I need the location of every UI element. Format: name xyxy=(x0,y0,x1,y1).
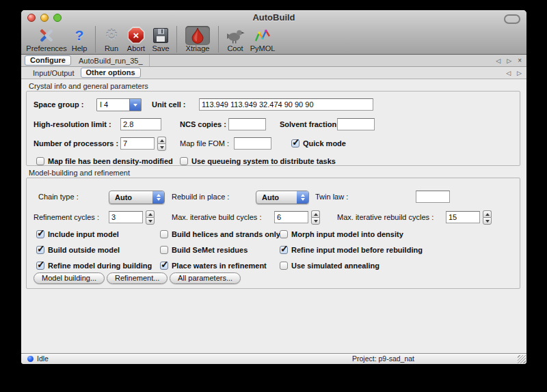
refinement-cycles-stepper[interactable] xyxy=(146,210,155,224)
high-res-label: High-resolution limit : xyxy=(34,118,111,131)
include-input-model-checkbox[interactable]: Include input model xyxy=(36,228,119,240)
toolbar-preferences-button[interactable]: Preferences xyxy=(25,25,68,53)
checkbox-icon[interactable] xyxy=(160,262,168,270)
toolbar-coot-button[interactable]: Coot xyxy=(223,25,248,53)
density-modified-label: Map file has been density-modified xyxy=(48,157,173,165)
toolbar-run-button[interactable]: ⚙ Run xyxy=(100,25,123,53)
refine-before-rebuilding-label: Refine input model before rebuilding xyxy=(291,246,423,254)
refinement-button[interactable]: Refinement... xyxy=(107,272,168,284)
checkbox-icon[interactable] xyxy=(36,262,44,270)
checkbox-icon[interactable] xyxy=(291,139,299,148)
build-semet-checkbox[interactable]: Build SeMet residues xyxy=(160,244,248,256)
high-res-field[interactable] xyxy=(120,118,161,130)
model-group-legend: Model-building and refinement xyxy=(29,169,130,177)
rebuild-in-place-value: Auto xyxy=(256,191,297,204)
crystal-group-legend: Crystal info and general parameters xyxy=(29,82,148,90)
tab-configure[interactable]: Configure xyxy=(25,55,71,66)
tab-autobuild-run-35[interactable]: AutoBuild_run_35_ xyxy=(72,55,150,66)
toolbar-pymol-button[interactable]: PyMOL xyxy=(248,25,278,53)
toolbar: Preferences ? Help ⚙ Run × Abort xyxy=(25,25,278,53)
build-outside-model-checkbox[interactable]: Build outside model xyxy=(36,244,120,256)
refine-during-building-checkbox[interactable]: Refine model during building xyxy=(36,260,152,272)
toolbar-toggle-button[interactable] xyxy=(504,14,520,24)
status-led-icon xyxy=(27,356,34,362)
popup-arrows-icon[interactable] xyxy=(152,191,164,204)
ncs-copies-field[interactable] xyxy=(228,118,266,130)
chain-type-label: Chain type : xyxy=(38,191,79,204)
checkbox-icon[interactable] xyxy=(160,230,168,238)
toolbar-label: Help xyxy=(72,44,88,53)
model-group-box: Chain type : Auto Rebuild in place : Aut… xyxy=(26,178,520,289)
tab-scroll-right-icon[interactable]: ▷ xyxy=(507,57,511,64)
toolbar-xtriage-button[interactable]: Xtriage xyxy=(181,25,214,53)
window-chrome: AutoBuild Prefe xyxy=(21,10,526,55)
checkbox-icon[interactable] xyxy=(280,230,288,238)
twin-law-field[interactable] xyxy=(416,191,450,203)
stepper-up-icon[interactable] xyxy=(146,210,155,217)
stepper-down-icon[interactable] xyxy=(311,217,320,225)
place-waters-checkbox[interactable]: Place waters in refinement xyxy=(160,260,267,272)
refinement-cycles-field[interactable] xyxy=(109,211,143,223)
stepper-up-icon[interactable] xyxy=(311,210,320,217)
queueing-system-checkbox[interactable]: Use queueing system to distribute tasks xyxy=(180,155,336,167)
refine-during-building-label: Refine model during building xyxy=(48,262,152,270)
drop-icon xyxy=(185,26,210,44)
toolbar-separator xyxy=(176,26,177,53)
unit-cell-field[interactable] xyxy=(199,98,373,111)
checkbox-icon[interactable] xyxy=(280,246,288,254)
rebuild-cycles-field[interactable] xyxy=(446,211,480,223)
checkbox-icon[interactable] xyxy=(36,246,44,254)
space-group-value: I 4 xyxy=(97,99,129,111)
build-helices-checkbox[interactable]: Build helices and strands only xyxy=(160,228,280,240)
combo-dropdown-icon[interactable] xyxy=(129,99,141,111)
checkbox-icon[interactable] xyxy=(160,246,168,254)
space-group-combo[interactable]: I 4 xyxy=(96,98,142,111)
popup-arrows-icon[interactable] xyxy=(297,191,308,204)
simulated-annealing-checkbox[interactable]: Use simulated annealing xyxy=(280,260,379,272)
stepper-down-icon[interactable] xyxy=(157,143,166,151)
question-icon: ? xyxy=(75,26,84,44)
resize-grip[interactable] xyxy=(518,355,526,363)
density-modified-checkbox[interactable]: Map file has been density-modified xyxy=(36,155,173,167)
num-processors-label: Number of processors : xyxy=(34,137,118,150)
tab-close-icon[interactable]: × xyxy=(518,57,522,64)
all-parameters-button[interactable]: All parameters... xyxy=(170,272,241,284)
options-panel: Crystal info and general parameters Spac… xyxy=(21,79,526,354)
checkbox-icon[interactable] xyxy=(180,157,188,165)
toolbar-label: Coot xyxy=(227,44,243,53)
toolbar-label: Save xyxy=(152,44,169,53)
main-tab-bar: Configure AutoBuild_run_35_ ◁ ▷ × xyxy=(21,55,526,67)
morph-input-model-checkbox[interactable]: Morph input model into density xyxy=(280,228,403,240)
sub-tab-nav: ◁ ▷ xyxy=(506,67,522,79)
tab-input-output[interactable]: Input/Output xyxy=(27,67,81,79)
refine-before-rebuilding-checkbox[interactable]: Refine input model before rebuilding xyxy=(280,244,423,256)
ncs-copies-label: NCS copies : xyxy=(180,118,226,131)
stepper-up-icon[interactable] xyxy=(483,210,492,217)
subtab-scroll-right-icon[interactable]: ▷ xyxy=(517,70,522,76)
num-processors-field[interactable] xyxy=(120,137,155,150)
checkbox-icon[interactable] xyxy=(36,230,44,238)
toolbar-abort-button[interactable]: × Abort xyxy=(123,25,149,53)
toolbar-help-button[interactable]: ? Help xyxy=(68,25,91,53)
subtab-scroll-left-icon[interactable]: ◁ xyxy=(506,70,511,76)
checkbox-icon[interactable] xyxy=(280,262,288,270)
rebuild-cycles-stepper[interactable] xyxy=(483,210,492,224)
toolbar-save-button[interactable]: Save xyxy=(149,25,172,53)
quick-mode-checkbox[interactable]: Quick mode xyxy=(291,137,346,150)
map-file-fom-field[interactable] xyxy=(234,137,271,150)
checkbox-icon[interactable] xyxy=(36,157,44,165)
chain-type-popup[interactable]: Auto xyxy=(109,191,165,204)
solvent-fraction-field[interactable] xyxy=(337,118,375,130)
stepper-down-icon[interactable] xyxy=(146,217,155,225)
tab-scroll-left-icon[interactable]: ◁ xyxy=(496,57,501,64)
stepper-down-icon[interactable] xyxy=(483,217,492,225)
build-cycles-stepper[interactable] xyxy=(311,210,320,224)
stepper-up-icon[interactable] xyxy=(157,137,166,143)
num-processors-stepper[interactable] xyxy=(157,137,166,150)
rebuild-in-place-popup[interactable]: Auto xyxy=(256,191,309,204)
build-cycles-label: Max. iterative build cycles : xyxy=(172,211,261,224)
crystal-group-box: Space group : I 4 Unit cell : High-resol… xyxy=(26,91,520,166)
model-building-button[interactable]: Model building... xyxy=(34,272,105,284)
tab-other-options[interactable]: Other options xyxy=(81,68,141,78)
build-cycles-field[interactable] xyxy=(274,211,308,223)
